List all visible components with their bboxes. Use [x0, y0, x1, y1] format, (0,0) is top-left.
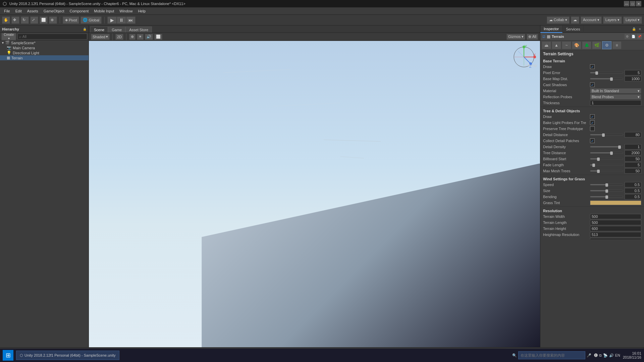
terrain-settings-button[interactable]: ⚙ — [602, 41, 611, 49]
tab-inspector[interactable]: Inspector — [540, 25, 562, 33]
gizmos-dropdown[interactable]: Gizmos ▾ — [506, 34, 525, 40]
scene-icon-btn-2[interactable]: ☀ — [137, 34, 144, 40]
maximize-button[interactable]: □ — [630, 1, 635, 6]
terrain-raise-button[interactable]: ⛰ — [542, 41, 551, 49]
inspector-inner[interactable]: ☑ ▦ Terrain ⚙ 📄 📌 ⛰ ▲ ~ 🎨 🌲 🌿 ⚙ ≡ — [540, 33, 644, 239]
hierarchy-create-button[interactable]: Create ▾ — [1, 33, 16, 40]
bending-input[interactable] — [625, 194, 641, 199]
mode-dropdown[interactable]: 2D — [115, 34, 123, 40]
menu-assets[interactable]: Assets — [24, 8, 41, 14]
tab-scene[interactable]: Scene — [90, 26, 108, 33]
tab-game[interactable]: Game — [108, 26, 125, 33]
terrain-smooth-button[interactable]: ~ — [562, 41, 571, 49]
cast-shadows-checkbox[interactable]: ✓ — [590, 82, 595, 87]
terrain-comp-checkbox[interactable]: ☑ — [542, 35, 545, 39]
inspector-menu-button[interactable]: ≡ — [637, 26, 643, 32]
taskbar-cortana-icon[interactable]: 🅒 — [594, 353, 598, 358]
rect-tool[interactable]: ⬜ — [40, 16, 48, 24]
terrain-tree-button[interactable]: 🌲 — [582, 41, 591, 49]
tab-asset-store[interactable]: Asset Store — [125, 26, 152, 33]
layers-button[interactable]: Layers ▾ — [603, 16, 622, 24]
draw-base-checkbox[interactable]: ✓ — [590, 64, 595, 69]
scene-icon-btn-1[interactable]: ⊕ — [129, 34, 136, 40]
tree-distance-slider[interactable] — [590, 152, 623, 154]
basemap-dist-slider[interactable] — [590, 78, 623, 79]
menu-window[interactable]: Window — [117, 8, 135, 14]
transform-tool[interactable]: ⊕ — [49, 16, 57, 24]
pixel-error-slider[interactable] — [590, 72, 623, 73]
draw-tree-checkbox[interactable]: ✓ — [590, 114, 595, 119]
taskbar-task-view-icon[interactable]: ⧉ — [599, 353, 602, 358]
pause-button[interactable]: ⏸ — [117, 16, 126, 24]
reflection-probes-dropdown[interactable]: Blend Probes ▾ — [590, 94, 641, 100]
taskbar-network-icon[interactable]: 📡 — [603, 353, 608, 358]
hierarchy-search-input[interactable] — [17, 34, 87, 40]
thickness-input[interactable] — [590, 100, 641, 106]
detail-distance-slider[interactable] — [590, 134, 623, 135]
terrain-texture-button[interactable]: 🎨 — [572, 41, 581, 49]
minimize-button[interactable]: — — [624, 1, 629, 6]
menu-file[interactable]: File — [1, 8, 13, 14]
grass-tint-swatch[interactable] — [590, 200, 641, 205]
terrain-extra-button[interactable]: ≡ — [612, 41, 622, 49]
account-button[interactable]: Account ▾ — [581, 16, 602, 24]
menu-mobileinput[interactable]: Mobile Input — [91, 8, 117, 14]
fade-length-input[interactable] — [625, 162, 641, 168]
taskbar-search-input[interactable] — [518, 351, 585, 359]
taskbar-lang-icon[interactable]: EN — [615, 353, 620, 358]
material-dropdown[interactable]: Built In Standard ▾ — [590, 88, 641, 94]
basemap-dist-input[interactable] — [625, 76, 641, 81]
terrain-width-input[interactable] — [590, 214, 641, 219]
terrain-comp-settings-button[interactable]: ⚙ — [625, 34, 630, 39]
billboard-start-slider[interactable] — [590, 158, 623, 160]
detail-density-slider[interactable] — [590, 146, 623, 147]
heightmap-res-input[interactable] — [590, 232, 641, 237]
hierarchy-scene-root[interactable]: ▼ 🎬 SampleScene* — [0, 40, 89, 45]
terrain-height-input[interactable] — [590, 226, 641, 231]
detail-distance-input[interactable] — [625, 132, 641, 137]
size-input[interactable] — [625, 188, 641, 193]
pixel-error-input[interactable] — [625, 70, 641, 75]
terrain-comp-pin-button[interactable]: 📌 — [637, 34, 642, 39]
detail-density-input[interactable] — [625, 144, 641, 149]
bake-light-probes-checkbox[interactable]: ✓ — [590, 120, 595, 125]
max-mesh-trees-slider[interactable] — [590, 170, 623, 172]
tab-services[interactable]: Services — [562, 25, 584, 33]
fade-length-slider[interactable] — [590, 164, 623, 166]
tree-distance-input[interactable] — [625, 150, 641, 156]
terrain-component-header[interactable]: ☑ ▦ Terrain ⚙ 📄 📌 — [540, 33, 644, 41]
play-button[interactable]: ▶ — [107, 16, 117, 24]
collect-detail-checkbox[interactable]: ✓ — [590, 138, 595, 143]
bending-slider[interactable] — [590, 196, 623, 197]
billboard-start-input[interactable] — [625, 156, 641, 162]
start-button[interactable]: ⊞ — [3, 350, 13, 361]
max-mesh-trees-input[interactable] — [625, 168, 641, 174]
speed-input[interactable] — [625, 182, 641, 187]
layout-button[interactable]: Layout ▾ — [623, 16, 642, 24]
global-button[interactable]: 🌐 Global — [80, 16, 102, 24]
close-button[interactable]: ✕ — [636, 1, 641, 6]
menu-help[interactable]: Help — [135, 8, 148, 14]
scene-view[interactable]: X Y Z < Persp — [89, 41, 540, 347]
menu-component[interactable]: Component — [67, 8, 91, 14]
pivot-button[interactable]: ◈ Pivot — [63, 16, 79, 24]
taskbar-unity[interactable]: ⬡ Unity 2018.2.12f1 Personal (64bit) - S… — [16, 351, 119, 360]
hierarchy-item-main-camera[interactable]: 📷 Main Camera — [0, 45, 89, 50]
terrain-paint-height-button[interactable]: ▲ — [552, 41, 561, 49]
detail-res-input[interactable] — [590, 238, 641, 239]
menu-gameobject[interactable]: GameObject — [41, 8, 67, 14]
hand-tool[interactable]: ✋ — [2, 16, 10, 24]
hierarchy-item-directional-light[interactable]: 💡 Directional Light — [0, 50, 89, 55]
terrain-comp-script-button[interactable]: 📄 — [631, 34, 636, 39]
scene-icon-btn-3[interactable]: 🔊 — [145, 34, 153, 40]
size-slider[interactable] — [590, 190, 623, 191]
hierarchy-item-terrain[interactable]: ▦ Terrain — [0, 55, 89, 60]
preserve-tree-checkbox[interactable] — [590, 126, 595, 131]
cloud-button[interactable]: ☁ — [571, 16, 579, 24]
taskbar-volume-icon[interactable]: 🔊 — [609, 353, 614, 358]
shading-dropdown[interactable]: Shaded ▾ — [91, 34, 110, 40]
terrain-detail-button[interactable]: 🌿 — [592, 41, 601, 49]
all-dropdown[interactable]: ⊕ All — [527, 34, 538, 40]
step-button[interactable]: ⏭ — [126, 16, 136, 24]
inspector-lock-button[interactable]: 🔒 — [631, 26, 637, 32]
